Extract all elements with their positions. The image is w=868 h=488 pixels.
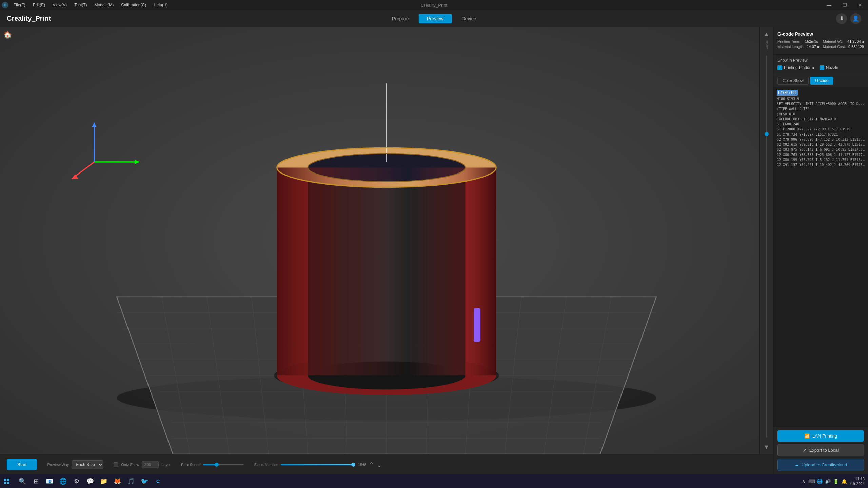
print-speed-slider[interactable]: [203, 464, 244, 465]
lan-printing-label: LAN Printing: [812, 433, 837, 439]
tab-prepare[interactable]: Prepare: [384, 14, 417, 23]
taskbar-files[interactable]: 📁: [98, 475, 110, 487]
gcode-line-4: ;MESH:0_0: [777, 111, 865, 117]
battery-icon[interactable]: 🔋: [833, 478, 840, 485]
show-in-preview-section: Show in Preview ✓ Printing Platform ✓ No…: [773, 55, 868, 74]
nozzle-checkbox[interactable]: ✓ Nozzle: [820, 65, 839, 70]
menu-file[interactable]: File(F): [10, 0, 29, 10]
header-icons: ⬇ 👤: [836, 13, 868, 24]
svg-rect-55: [4, 482, 6, 484]
taskbar-widgets[interactable]: ⊞: [30, 475, 42, 487]
only-show-checkbox[interactable]: [114, 462, 118, 467]
menu-models[interactable]: Models(M): [91, 0, 117, 10]
material-cost-label: Material Cost:: [823, 45, 846, 49]
only-show-group: Only Show Layer: [114, 461, 171, 468]
color-show-tab[interactable]: Color Show: [777, 77, 809, 85]
gcode-preview-title: G-code Preview: [777, 31, 864, 37]
taskbar-firefox[interactable]: 🦊: [111, 475, 123, 487]
taskbar-icons: 🔍 ⊞ 📧 🌐 ⚙ 💬 📁 🦊 🎵 🐦 C: [14, 475, 167, 487]
steps-down-icon[interactable]: ⌃: [377, 461, 382, 468]
menu-edit[interactable]: Edit(E): [29, 0, 49, 10]
network-icon[interactable]: 🌐: [816, 478, 823, 485]
only-show-input[interactable]: [142, 461, 159, 468]
gcode-line-14: G2 X91.137 Y64.461 I-10.402 J-48.769 E15…: [777, 162, 865, 167]
taskbar-media[interactable]: 🎵: [125, 475, 137, 487]
steps-up-icon[interactable]: ⌃: [369, 461, 374, 468]
steps-number-slider[interactable]: [281, 464, 355, 465]
material-row: Material Length: 14.07 m Material Cost: …: [777, 45, 864, 49]
export-local-button[interactable]: ↗ Export to Local: [777, 444, 864, 456]
gcode-tab[interactable]: G-code: [810, 77, 833, 85]
gcode-line-6: G1 F600 Z40: [777, 122, 865, 127]
notification-icon[interactable]: 🔔: [841, 478, 848, 485]
bottom-controls-bar: Start Preview Way Each Step Only Show La…: [0, 454, 773, 474]
menu-view[interactable]: View(V): [49, 0, 70, 10]
action-buttons-area: 📶 LAN Printing ↗ Export to Local ☁ Uploa…: [773, 426, 868, 474]
start-button[interactable]: Start: [7, 459, 37, 470]
taskbar: 🔍 ⊞ 📧 🌐 ⚙ 💬 📁 🦊 🎵 🐦 C ∧ ⌨ 🌐 🔊 🔋 🔔 11:13 …: [0, 474, 868, 488]
gcode-line-7: G1 F12000 X77.527 Y72.99 E1517.61919: [777, 127, 865, 132]
color-gcode-tab-bar: Color Show G-code: [773, 74, 868, 88]
app-icon: C: [0, 0, 10, 10]
menu-tool[interactable]: Tool(T): [71, 0, 90, 10]
print-speed-group: Print Speed: [181, 463, 244, 467]
layer-label: Layer: [161, 463, 171, 467]
checkbox-icon: ✓: [820, 65, 824, 70]
upload-cloud-button[interactable]: ☁ Upload to Crealitycloud: [777, 459, 864, 471]
layer-up-icon[interactable]: ▲: [764, 30, 770, 38]
taskbar-mail[interactable]: 📧: [43, 475, 56, 487]
nozzle-label: Nozzle: [826, 65, 839, 70]
account-icon-button[interactable]: 👤: [850, 13, 861, 24]
printing-time-value: 1h2m3s: [805, 39, 818, 43]
taskbar-search[interactable]: 🔍: [16, 475, 28, 487]
home-icon[interactable]: 🏠: [3, 30, 12, 39]
checkbox-icon: ✓: [777, 65, 782, 70]
preview-way-select[interactable]: Each Step: [72, 460, 103, 469]
app-header: Creality_Print Prepare Preview Device ⬇ …: [0, 10, 868, 27]
taskbar-creality[interactable]: C: [152, 475, 164, 487]
system-clock[interactable]: 11:13 4-9-2024: [850, 476, 865, 486]
svg-rect-54: [7, 479, 9, 481]
start-menu-button[interactable]: [0, 474, 14, 488]
volume-icon[interactable]: 🔊: [825, 478, 831, 485]
window-title: Creality_Print: [421, 3, 447, 8]
sys-tray: ∧ ⌨ 🌐 🔊 🔋 🔔: [800, 478, 848, 485]
gcode-line-13: G2 X88.199 Y65.795 I-5.132 J-11.751 E151…: [777, 157, 865, 162]
layer-vertical-slider[interactable]: [766, 56, 767, 438]
preview-way-label: Preview Way: [47, 463, 69, 467]
3d-viewport[interactable]: 🏠: [0, 27, 773, 454]
layer-slider-thumb[interactable]: [765, 132, 769, 136]
clock-time: 11:13: [850, 476, 865, 481]
menu-help[interactable]: Help(H): [150, 0, 171, 10]
taskbar-chat[interactable]: 💬: [84, 475, 96, 487]
gcode-line-9: G2 X79.996 Y70.896 I-7.152 J-10.313 E151…: [777, 137, 865, 142]
taskbar-settings[interactable]: ⚙: [71, 475, 83, 487]
material-cost-value: 0.839129: [848, 45, 864, 49]
svg-rect-43: [474, 308, 480, 342]
close-button[interactable]: ✕: [852, 0, 868, 10]
minimize-button[interactable]: —: [821, 0, 837, 10]
layer-down-icon[interactable]: ▼: [764, 444, 770, 451]
lan-printing-button[interactable]: 📶 LAN Printing: [777, 430, 864, 442]
right-panel: G-code Preview Printing Time: 1h2m3s Mat…: [773, 27, 868, 474]
keyboard-icon[interactable]: ⌨: [808, 478, 815, 485]
chevron-up-icon[interactable]: ∧: [800, 478, 807, 485]
svg-marker-48: [135, 160, 139, 164]
download-icon-button[interactable]: ⬇: [836, 13, 847, 24]
speed-slider-fill: [203, 464, 215, 465]
nav-tabs: Prepare Preview Device: [384, 14, 484, 23]
layer-badge: LAYER:199: [777, 90, 798, 96]
printing-platform-checkbox[interactable]: ✓ Printing Platform: [777, 65, 814, 70]
menu-calibration[interactable]: Calibration(C): [118, 0, 150, 10]
tab-device[interactable]: Device: [453, 14, 484, 23]
taskbar-edge[interactable]: 🌐: [57, 475, 69, 487]
steps-slider-thumb[interactable]: [351, 463, 355, 467]
layer-slider-area: ▲ Layers ▼: [760, 27, 773, 454]
speed-slider-thumb[interactable]: [215, 463, 219, 467]
printing-time-row: Printing Time: 1h2m3s Material Wt: 41.95…: [777, 39, 864, 43]
restore-button[interactable]: ❐: [837, 0, 852, 10]
window-controls: — ❐ ✕: [821, 0, 868, 10]
tab-preview[interactable]: Preview: [419, 14, 452, 23]
taskbar-twitter[interactable]: 🐦: [138, 475, 151, 487]
gcode-line-8: G1 X78.734 Y71.897 E1517.67321: [777, 132, 865, 137]
